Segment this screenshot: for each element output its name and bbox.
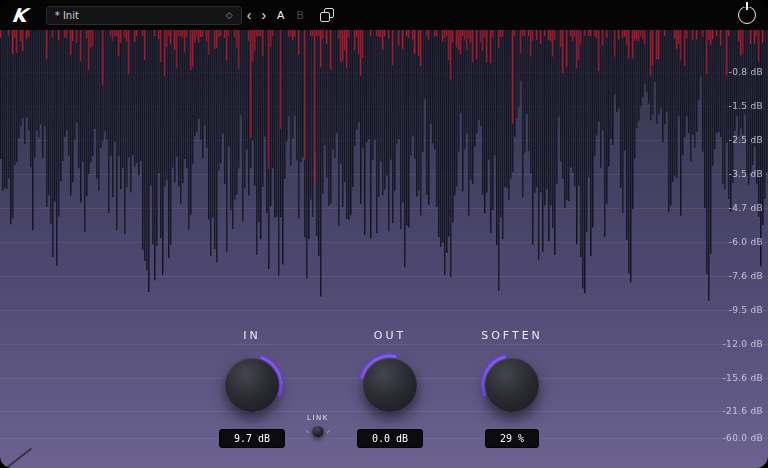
in-value[interactable]: 9.7 dB (219, 429, 285, 448)
prev-preset-button[interactable]: ‹ (243, 8, 256, 22)
link-row (306, 426, 331, 437)
header: K * Init ◇ ‹ › A B (0, 0, 768, 30)
preset-menu-icon[interactable]: ◇ (226, 10, 233, 20)
preset-selector[interactable]: * Init ◇ (46, 6, 242, 25)
link-tick-right (327, 430, 331, 434)
plugin-window: K * Init ◇ ‹ › A B -0.8 dB-1.5 dB-2.5 dB… (0, 0, 768, 468)
soften-knob[interactable] (480, 353, 544, 417)
link-control: LINK (306, 414, 331, 437)
next-preset-button[interactable]: › (257, 8, 270, 22)
in-knob-label: IN (243, 329, 260, 342)
waveform-display: -0.8 dB-1.5 dB-2.5 dB-3.5 dB-4.7 dB-6.0 … (0, 30, 768, 468)
out-knob-body (363, 358, 417, 412)
soften-value[interactable]: 29 % (485, 429, 539, 448)
logo: K (10, 4, 27, 26)
in-knob-body (225, 358, 279, 412)
ab-a-button[interactable]: A (273, 9, 288, 21)
out-knob[interactable] (358, 353, 422, 417)
soften-knob-label: SOFTEN (481, 329, 543, 342)
power-button[interactable] (738, 6, 756, 24)
copy-icon-front (320, 12, 330, 22)
in-knob[interactable] (220, 353, 284, 417)
preset-name: * Init (55, 10, 79, 21)
link-label: LINK (307, 414, 329, 422)
link-toggle[interactable] (313, 426, 324, 437)
soften-control: SOFTEN 29 % (480, 329, 544, 448)
copy-icon[interactable] (320, 8, 334, 22)
in-control: IN 9.7 dB (219, 329, 285, 448)
out-control: OUT 0.0 dB (357, 329, 423, 448)
link-tick-left (306, 430, 310, 434)
controls-panel: IN 9.7 dB OUT (0, 30, 768, 468)
power-icon (746, 2, 748, 10)
soften-knob-body (485, 358, 539, 412)
out-value[interactable]: 0.0 dB (357, 429, 423, 448)
out-knob-label: OUT (374, 329, 406, 342)
ab-b-button[interactable]: B (292, 9, 307, 21)
